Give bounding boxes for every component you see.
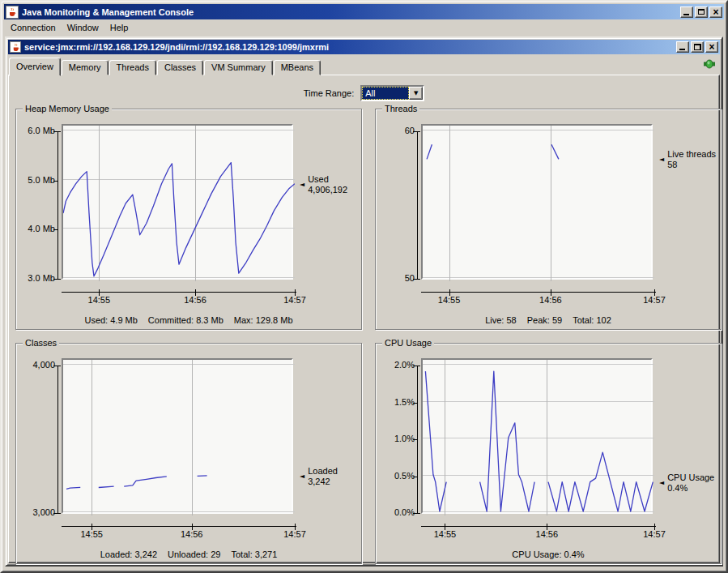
y-axis-tick-label: 60 xyxy=(377,126,415,135)
close-icon: × xyxy=(709,43,714,51)
status-item: Live: 58 xyxy=(485,315,517,325)
tab-threads[interactable]: Threads xyxy=(109,60,156,75)
y-axis-tick-label: 4.0 Mb xyxy=(18,224,55,233)
y-axis-tick-label: 4,000 xyxy=(18,360,55,370)
app-window: Java Monitoring & Management Console × C… xyxy=(0,0,728,573)
x-axis-tick-label: 14:56 xyxy=(529,529,564,539)
status-item: Total: 102 xyxy=(573,315,611,325)
tab-bar: Overview Memory Threads Classes VM Summa… xyxy=(9,56,321,75)
chevron-down-icon: ▼ xyxy=(414,91,418,96)
minimize-button[interactable] xyxy=(680,6,693,18)
classes-chart: 4,0003,00014:5514:5614:57◄Loaded3,242Loa… xyxy=(16,344,361,563)
y-axis-tick-label: 1.0% xyxy=(377,434,415,443)
x-axis-tick-label: 14:57 xyxy=(277,529,313,539)
close-button[interactable]: × xyxy=(709,6,722,18)
legend-line: Loaded xyxy=(308,466,338,477)
status-item: Peak: 59 xyxy=(527,315,562,325)
x-axis-tick-label: 14:57 xyxy=(636,529,672,539)
heap-memory-groupbox: Heap Memory Usage 6.0 Mb5.0 Mb4.0 Mb3.0 … xyxy=(15,109,362,330)
chart-legend: ◄Loaded3,242 xyxy=(300,466,338,487)
tab-memory[interactable]: Memory xyxy=(62,60,109,75)
chart-status: Used: 4.9 MbCommitted: 8.3 MbMax: 129.8 … xyxy=(16,315,361,325)
x-axis-tick-label: 14:56 xyxy=(174,529,210,539)
status-item: Used: 4.9 Mb xyxy=(84,315,137,325)
status-item: Committed: 8.3 Mb xyxy=(148,315,224,325)
plot-area xyxy=(421,358,653,514)
java-icon xyxy=(10,41,21,53)
y-axis-tick-label: 50 xyxy=(377,273,415,283)
tab-vm-summary[interactable]: VM Summary xyxy=(204,60,273,75)
x-axis-tick-label: 14:56 xyxy=(177,295,213,305)
connection-title: service:jmx:rmi://192.168.129.129/jndi/r… xyxy=(24,42,673,52)
legend-line: Used xyxy=(308,174,347,185)
y-axis-tick-label: 3,000 xyxy=(18,507,55,517)
restore-button[interactable] xyxy=(691,41,704,53)
chart-legend: ◄Live threads58 xyxy=(659,149,716,170)
y-axis-tick-label: 5.0 Mb xyxy=(18,175,55,185)
legend-marker-icon: ◄ xyxy=(659,479,664,486)
tab-classes[interactable]: Classes xyxy=(157,60,203,75)
legend-line: 4,906,192 xyxy=(308,185,347,195)
legend-text: Used4,906,192 xyxy=(308,174,347,195)
threads-groupbox: Threads 605014:5514:5614:57◄Live threads… xyxy=(375,109,722,330)
dropdown-button[interactable]: ▼ xyxy=(409,87,423,100)
x-axis-tick-label: 14:55 xyxy=(427,529,462,539)
legend-line: Live threads xyxy=(667,149,716,160)
y-axis-tick-label: 0.0% xyxy=(377,507,415,517)
plot-area xyxy=(62,358,293,514)
plot-area xyxy=(62,124,293,280)
cpu-usage-chart: 2.0%1.5%1.0%0.5%0.0%14:5514:5614:57◄CPU … xyxy=(376,344,721,563)
legend-line: 0.4% xyxy=(667,483,714,494)
restore-icon xyxy=(694,44,701,50)
time-range-label: Time Range: xyxy=(304,88,355,98)
menu-window[interactable]: Window xyxy=(62,21,104,34)
legend-marker-icon: ◄ xyxy=(300,473,304,480)
x-axis-tick-label: 14:55 xyxy=(81,295,117,305)
y-axis-tick-label: 0.5% xyxy=(377,471,415,481)
legend-text: Live threads58 xyxy=(667,149,716,170)
maximize-icon xyxy=(698,9,705,15)
tab-overview[interactable]: Overview xyxy=(9,58,61,76)
legend-line: 3,242 xyxy=(308,477,338,487)
minimize-icon xyxy=(679,49,685,50)
time-range-select[interactable]: All ▼ xyxy=(360,85,424,101)
close-button[interactable]: × xyxy=(705,41,718,53)
menu-help[interactable]: Help xyxy=(104,21,134,34)
x-axis-tick-label: 14:57 xyxy=(636,295,672,305)
legend-marker-icon: ◄ xyxy=(659,156,664,163)
y-axis-tick-label: 2.0% xyxy=(377,360,415,370)
app-title: Java Monitoring & Management Console xyxy=(22,7,677,17)
legend-text: CPU Usage0.4% xyxy=(667,473,714,494)
legend-line: 58 xyxy=(667,160,716,170)
cpu-usage-groupbox: CPU Usage 2.0%1.5%1.0%0.5%0.0%14:5514:56… xyxy=(375,343,722,564)
status-item: Loaded: 3,242 xyxy=(100,549,157,559)
screen: Java Monitoring & Management Console × C… xyxy=(0,0,728,573)
window-controls: × xyxy=(680,6,722,18)
minimize-icon xyxy=(683,14,689,15)
connection-titlebar[interactable]: service:jmx:rmi://192.168.129.129/jndi/r… xyxy=(8,40,720,54)
tab-mbeans[interactable]: MBeans xyxy=(274,60,321,75)
classes-groupbox: Classes 4,0003,00014:5514:5614:57◄Loaded… xyxy=(15,343,362,564)
x-axis-tick-label: 14:56 xyxy=(533,295,568,305)
chart-status: Loaded: 3,242Unloaded: 29Total: 3,271 xyxy=(16,549,361,559)
status-item: Unloaded: 29 xyxy=(168,549,220,559)
x-axis-tick-label: 14:55 xyxy=(74,529,109,539)
status-item: Max: 129.8 Mb xyxy=(234,315,293,325)
java-icon xyxy=(6,6,19,19)
legend-text: Loaded3,242 xyxy=(308,466,338,487)
minimize-button[interactable] xyxy=(676,41,689,53)
overview-panel: Time Range: All ▼ Heap Memory Usage 6.0 … xyxy=(8,75,720,563)
menubar: Connection Window Help xyxy=(4,19,724,35)
y-axis-tick-label: 1.5% xyxy=(377,397,415,407)
window-controls: × xyxy=(676,41,718,53)
plot-area xyxy=(421,124,653,280)
heap-memory-chart: 6.0 Mb5.0 Mb4.0 Mb3.0 Mb14:5514:5614:57◄… xyxy=(16,109,361,329)
status-item: Total: 3,271 xyxy=(231,549,277,559)
app-titlebar[interactable]: Java Monitoring & Management Console × xyxy=(4,4,724,19)
y-axis-tick-label: 6.0 Mb xyxy=(18,126,55,135)
legend-line: CPU Usage xyxy=(667,473,714,483)
maximize-button[interactable] xyxy=(695,6,708,18)
x-axis-tick-label: 14:57 xyxy=(277,295,313,305)
menu-connection[interactable]: Connection xyxy=(5,21,62,34)
y-axis-tick-label: 3.0 Mb xyxy=(18,273,55,283)
